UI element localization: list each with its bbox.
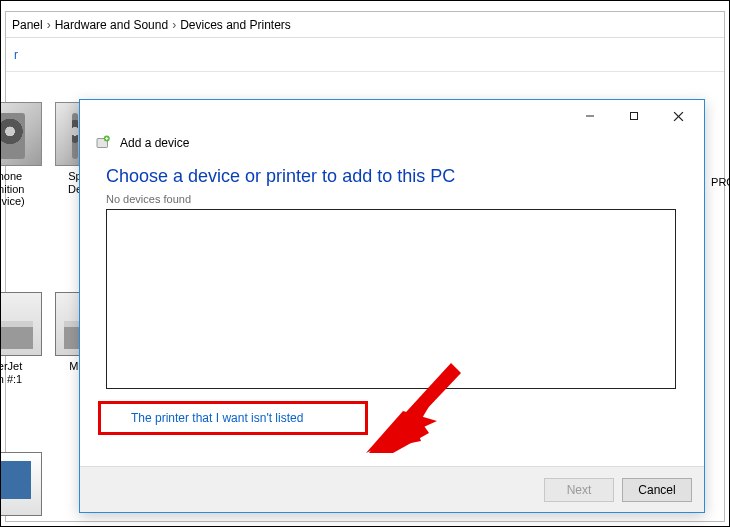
printer-not-listed-link[interactable]: The printer that I want isn't listed [131,411,303,425]
dialog-heading: Choose a device or printer to add to thi… [106,166,678,187]
add-device-icon [94,134,112,152]
close-button[interactable] [656,102,700,130]
add-device-dialog: Add a device Choose a device or printer … [79,99,705,513]
annotation-highlight: The printer that I want isn't listed [98,401,368,435]
chevron-right-icon: › [172,18,176,32]
device-label: none inition evice) [0,170,48,208]
toolbar: r [6,38,724,72]
dialog-title: Add a device [120,136,189,150]
svg-rect-1 [631,113,638,120]
chevron-right-icon: › [47,18,51,32]
device-label: erJet n #:1 [0,360,48,385]
maximize-button[interactable] [612,102,656,130]
status-text: No devices found [106,193,678,205]
dialog-content: Choose a device or printer to add to thi… [80,166,704,435]
breadcrumb-hardware-sound[interactable]: Hardware and Sound [55,18,168,32]
minimize-button[interactable] [568,102,612,130]
breadcrumb-root[interactable]: Panel [12,18,43,32]
breadcrumb[interactable]: Panel › Hardware and Sound › Devices and… [6,12,724,38]
speaker-icon [0,102,42,166]
breadcrumb-devices-printers[interactable]: Devices and Printers [180,18,291,32]
toolbar-char: r [14,48,18,62]
device-list[interactable] [106,209,676,389]
next-button[interactable]: Next [544,478,614,502]
dialog-footer: Next Cancel [80,466,704,512]
device-misc[interactable] [0,452,48,520]
dialog-header: Add a device [80,132,704,162]
device-audio[interactable]: none inition evice) [0,102,48,208]
titlebar [80,100,704,132]
printer-icon [0,292,42,356]
device-printer[interactable]: erJet n #:1 [0,292,48,385]
cancel-button[interactable]: Cancel [622,478,692,502]
monitor-icon [0,452,42,516]
